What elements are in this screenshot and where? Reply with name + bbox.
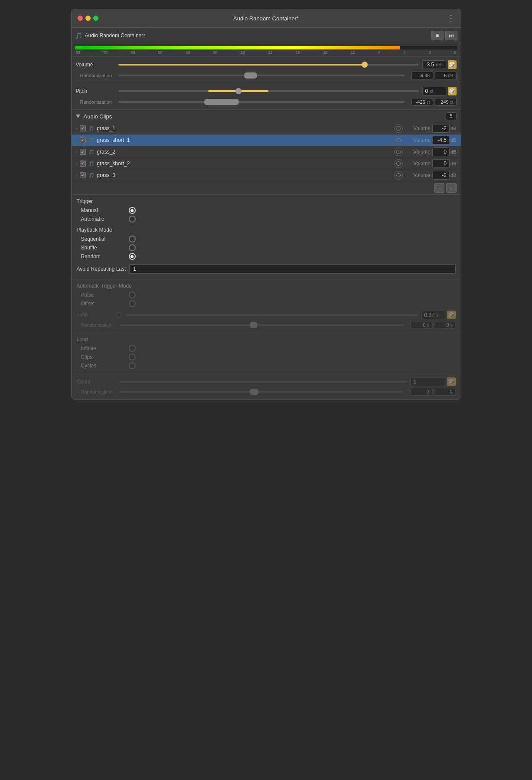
maximize-button[interactable] xyxy=(93,16,98,21)
trigger-automatic-radio[interactable] xyxy=(129,216,136,223)
drag-handle[interactable]: ≡ xyxy=(76,150,78,154)
count-rand-slider[interactable] xyxy=(119,391,404,393)
pitch-rand-max-box[interactable]: 249 ct xyxy=(435,98,457,106)
volume-rand-slider[interactable] xyxy=(118,75,405,76)
tab-bar: 🎵 Audio Random Container* ■ ⏭ xyxy=(72,28,461,43)
loop-infinite-row: Infinite xyxy=(77,344,456,353)
time-rand-max-box[interactable]: 0 s xyxy=(434,321,456,329)
time-rand-max-unit: s xyxy=(450,323,453,328)
pitch-slider[interactable] xyxy=(118,90,419,92)
pitch-rand-min-box[interactable]: -426 ct xyxy=(411,98,433,106)
avoid-repeating-input[interactable] xyxy=(129,264,455,274)
time-row: Time 0.37 s 🎲 xyxy=(77,311,456,319)
drag-handle[interactable]: ≡ xyxy=(76,126,78,131)
playback-random-radio[interactable] xyxy=(129,253,136,260)
auto-pulse-radio[interactable] xyxy=(129,292,136,298)
volume-slider-thumb[interactable] xyxy=(362,62,368,68)
loop-clips-row: Clips xyxy=(77,353,456,361)
scale-9: 9 xyxy=(378,50,380,55)
time-value-box[interactable]: 0.37 s xyxy=(421,311,445,319)
pitch-section: Pitch 0 ct 🎲 Randomization -426 ct xyxy=(72,83,461,110)
volume-label: Volume xyxy=(76,62,115,68)
clip-music-icon-1: 🎵 xyxy=(88,138,95,143)
stop-button[interactable]: ■ xyxy=(431,31,444,40)
pitch-rand-slider[interactable] xyxy=(118,101,405,103)
playback-sequential-row: Sequential xyxy=(77,235,456,243)
auto-offset-radio[interactable] xyxy=(129,300,136,307)
clip-checkbox-3[interactable] xyxy=(80,161,86,167)
clip-checkbox-0[interactable] xyxy=(80,125,86,131)
close-button[interactable] xyxy=(78,16,83,21)
playback-shuffle-radio[interactable] xyxy=(129,244,136,251)
volume-randomize-icon[interactable]: 🎲 xyxy=(448,60,457,69)
automatic-trigger-label: Automatic Trigger Mode xyxy=(77,283,456,289)
time-rand-slider[interactable] xyxy=(119,324,404,326)
pitch-rand-handle[interactable] xyxy=(204,99,239,105)
clip-value-4[interactable]: -2 xyxy=(432,171,450,180)
volume-rand-boxes: -6 dB 6 dB xyxy=(411,72,457,79)
loop-clips-radio[interactable] xyxy=(129,354,136,361)
trigger-manual-radio[interactable] xyxy=(129,207,136,214)
clip-volume-label-1: Volume xyxy=(409,137,431,143)
count-rand-min-box[interactable]: 0 xyxy=(411,388,432,396)
drag-handle[interactable]: ≡ xyxy=(76,161,78,166)
time-radio[interactable] xyxy=(116,312,122,318)
pitch-randomization-row: Randomization -426 ct 249 ct xyxy=(76,98,457,106)
drag-handle[interactable]: ≡ xyxy=(76,173,78,178)
loop-label: Loop xyxy=(77,336,456,342)
count-slider[interactable] xyxy=(119,381,407,383)
count-randomize-icon[interactable]: 🎲 xyxy=(447,377,456,386)
pitch-randomize-icon[interactable]: 🎲 xyxy=(448,87,457,95)
clip-value-1[interactable]: -4.5 xyxy=(432,136,450,144)
volume-rand-max-box[interactable]: 6 dB xyxy=(435,72,457,79)
time-rand-boxes: 0 s 0 s xyxy=(411,321,456,329)
remove-clip-button[interactable]: - xyxy=(446,183,457,193)
add-clip-button[interactable]: + xyxy=(434,183,444,193)
volume-value-box[interactable]: -3.5 dB xyxy=(422,60,446,69)
clip-value-0[interactable]: -2 xyxy=(432,124,450,133)
clip-db-1: dB xyxy=(450,138,456,143)
menu-icon[interactable]: ⋮ xyxy=(447,13,455,23)
clip-target-2[interactable] xyxy=(394,147,403,156)
clip-target-0[interactable] xyxy=(394,124,403,133)
clip-checkbox-1[interactable] xyxy=(80,137,86,143)
pitch-value-box[interactable]: 0 ct xyxy=(422,87,446,95)
volume-rand-handle[interactable] xyxy=(244,72,257,79)
time-slider[interactable] xyxy=(125,314,418,316)
clip-target-3[interactable] xyxy=(394,159,403,168)
time-randomize-icon[interactable]: 🎲 xyxy=(447,311,456,319)
loop-cycles-radio[interactable] xyxy=(129,362,136,369)
playback-sequential-radio[interactable] xyxy=(129,236,136,243)
scale-50: 50 xyxy=(158,50,163,55)
loop-infinite-radio[interactable] xyxy=(129,345,136,352)
clips-collapse-icon[interactable] xyxy=(76,115,80,118)
volume-slider[interactable] xyxy=(118,64,419,66)
clip-checkbox-2[interactable] xyxy=(80,149,86,155)
volume-rand-min: -6 xyxy=(419,73,423,78)
count-rand-max-box[interactable]: 0 xyxy=(434,388,456,396)
volume-rand-label: Randomization xyxy=(76,73,115,78)
clip-name-1: 🎵 grass_short_1 xyxy=(88,137,392,143)
count-value-box[interactable]: 1 xyxy=(411,377,445,386)
avoid-repeating-row: Avoid Repeating Last xyxy=(77,262,456,275)
time-rand-min-box[interactable]: 0 s xyxy=(411,321,432,329)
clip-label-1: grass_short_1 xyxy=(97,137,130,143)
count-rand-handle[interactable] xyxy=(250,389,258,395)
clip-checkbox-4[interactable] xyxy=(80,172,86,178)
pitch-label: Pitch xyxy=(76,88,115,94)
volume-rand-min-box[interactable]: -6 dB xyxy=(411,72,433,79)
time-rand-handle[interactable] xyxy=(250,322,258,328)
clip-value-2[interactable]: 0 xyxy=(432,147,450,156)
clip-target-4[interactable] xyxy=(394,171,403,180)
drag-handle[interactable]: ≡ xyxy=(76,138,78,143)
pitch-slider-thumb[interactable] xyxy=(235,88,242,94)
tab-label[interactable]: Audio Random Container* xyxy=(85,33,431,39)
minimize-button[interactable] xyxy=(85,16,91,21)
loop-clips-label: Clips xyxy=(81,354,124,360)
pitch-rand-min-unit: ct xyxy=(427,100,430,105)
scale-24: 24 xyxy=(241,50,245,55)
clip-value-3[interactable]: 0 xyxy=(432,159,450,168)
clip-target-1[interactable] xyxy=(394,136,403,144)
trigger-label: Trigger xyxy=(77,198,456,204)
next-button[interactable]: ⏭ xyxy=(445,31,457,40)
